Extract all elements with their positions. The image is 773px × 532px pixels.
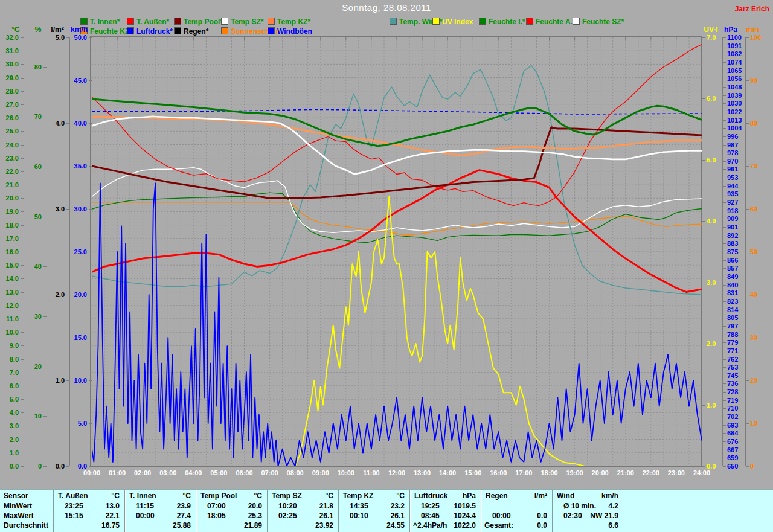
table-row-label: Durchschnitt: [4, 521, 48, 530]
axis-tick: [21, 373, 24, 373]
axis-tick-label-degc: 10.0: [0, 329, 19, 336]
axis-tick: [43, 266, 47, 267]
axis-tick: [21, 145, 24, 146]
axis-tick-label-hpa: 978: [727, 150, 755, 156]
axis-tick: [723, 103, 726, 104]
axis-tick: [723, 202, 726, 203]
table-avg-label: Gesamt:: [484, 521, 513, 530]
legend-swatch-icon: [390, 18, 397, 25]
table-avg-value: 23.92: [315, 521, 333, 530]
axis-tick-label-hpa: 710: [727, 405, 755, 412]
axis-tick-label-hpa: 1065: [727, 68, 755, 74]
axis-tick-label-pct: 30: [14, 313, 42, 320]
axis-tick: [723, 359, 726, 360]
axis-tick-label-degc: 8.0: [0, 356, 19, 363]
axis-tick: [43, 217, 47, 217]
axis-tick: [21, 399, 24, 400]
axis-tick-label-degc: 24.0: [0, 142, 19, 149]
table-column-temp-kz: Temp KZ°C14:3523.200:1026.124.55: [338, 490, 409, 532]
axis-tick-label-min: 70: [750, 163, 773, 170]
axis-tick-label-min: 40: [750, 292, 773, 298]
axis-tick-label-kmh: 50.0: [59, 34, 87, 41]
table-max-time: 02:30: [563, 511, 582, 521]
axis-tick: [723, 120, 726, 121]
legend-swatch-icon: [479, 18, 486, 25]
axis-tick: [723, 153, 726, 153]
axis-tick-label-min: 100: [750, 34, 773, 41]
axis-tick-label-degc: 7.0: [0, 370, 19, 376]
legend-swatch-icon: [268, 18, 275, 25]
x-axis-hour-label: 10:00: [333, 469, 359, 476]
axis-tick: [746, 338, 749, 338]
table-col-unit: °C: [326, 492, 333, 501]
axis-tick-label-degc: 31.0: [0, 48, 19, 54]
axis-tick-label-kmh: 20.0: [59, 292, 87, 298]
table-max-value: 25.3: [248, 511, 262, 521]
table-max-value: 22.1: [106, 511, 120, 521]
axis-tick: [21, 104, 24, 105]
table-min-time: Ø 10 min.: [563, 502, 596, 511]
axis-tick: [43, 316, 47, 317]
axis-tick-label-hpa: 728: [727, 389, 755, 396]
table-avg-value: 0.0: [537, 521, 547, 530]
axis-tick-label-kmh: 40.0: [59, 120, 87, 127]
axis-tick: [21, 252, 24, 252]
table-col-name: Temp KZ: [343, 492, 373, 501]
table-max-value: 0.0: [537, 511, 547, 521]
table-min-value: 4.2: [608, 502, 618, 511]
axis-line-pct: [47, 37, 47, 466]
table-row-label: Sensor: [4, 492, 28, 501]
axis-tick-label-degc: 32.0: [0, 34, 19, 41]
axis-tick: [723, 326, 726, 327]
axis-tick-label-degc: 13.0: [0, 289, 19, 296]
axis-header-degc: °C: [4, 25, 28, 34]
table-max-time: 00:10: [350, 511, 368, 521]
legend-label: T. Innen*: [90, 18, 120, 26]
table-max-value: NW 21.9: [590, 511, 618, 521]
axis-tick: [723, 318, 726, 318]
axis-tick-label-hpa: 1091: [727, 43, 755, 50]
axis-tick: [21, 198, 24, 199]
axis-header-hpa: hPa: [719, 25, 743, 34]
axis-tick: [746, 37, 749, 38]
axis-tick: [723, 351, 726, 351]
axis-tick-label-hpa: 866: [727, 257, 755, 264]
axis-tick-label-degc: 20.0: [0, 195, 19, 202]
axis-tick-label-hpa: 1030: [727, 100, 755, 107]
watermark-author: Jarz Erich: [735, 5, 769, 13]
axis-tick: [702, 37, 705, 38]
axis-header-lm2: l/m²: [45, 25, 69, 34]
table-max-time: 18:05: [207, 511, 226, 521]
axis-tick-label-pct: 50: [14, 214, 42, 220]
axis-tick: [21, 359, 24, 360]
axis-tick-label-kmh: 35.0: [59, 163, 87, 170]
axis-tick: [43, 67, 47, 68]
legend-swatch-icon: [268, 27, 275, 34]
axis-tick: [723, 79, 726, 79]
axis-tick: [21, 292, 24, 293]
table-col-unit: km/h: [601, 492, 618, 501]
axis-tick: [21, 278, 24, 279]
legend-item-uv-index: UV Index: [432, 18, 473, 25]
legend-label: Regen*: [184, 27, 208, 36]
axis-tick-label-pct: 10: [14, 413, 42, 420]
axis-tick-label-degc: 25.0: [0, 128, 19, 135]
x-axis-hour-label: 21:00: [612, 469, 639, 476]
axis-tick: [723, 392, 726, 393]
table-min-value: 1019.5: [454, 502, 476, 511]
legend-item-regen-: Regen*: [174, 27, 208, 34]
x-axis-hour-label: 06:00: [231, 469, 258, 476]
legend-item-temp-sz-: Temp SZ*: [221, 18, 263, 25]
x-axis-hour-label: 13:00: [409, 469, 435, 476]
table-row-label: MaxWert: [4, 511, 34, 521]
axis-tick: [746, 252, 749, 252]
table-column-temp-pool: Temp Pool°C07:0020.018:0525.321.89: [196, 490, 267, 532]
legend-label: T. Außen*: [136, 18, 169, 26]
axis-tick: [723, 466, 726, 467]
table-max-value: 26.1: [319, 511, 333, 521]
legend-item-feuchte-a-: Feuchte A.*: [526, 18, 576, 25]
axis-tick: [723, 417, 726, 417]
axis-tick: [723, 136, 726, 137]
x-axis-hour-label: 24:00: [688, 469, 715, 476]
axis-tick: [723, 62, 726, 63]
